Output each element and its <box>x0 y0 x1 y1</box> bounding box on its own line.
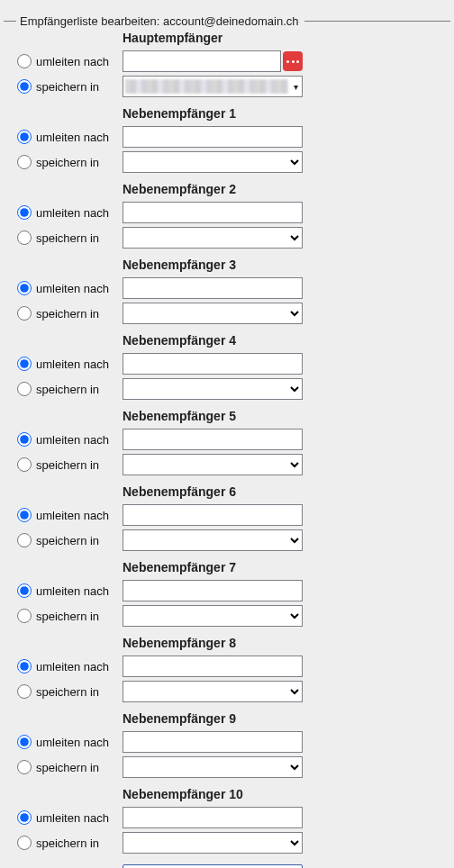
secondary-recipient-title: Nebenempfänger 6 <box>123 484 441 499</box>
secondary-recipient-title: Nebenempfänger 4 <box>123 333 441 348</box>
secondary-redirect-label: umleiten nach <box>36 282 123 295</box>
recipient-editor-panel: Empfängerliste bearbeiten: account@deine… <box>4 4 450 868</box>
secondary-store-label: speichern in <box>36 610 123 623</box>
secondary-redirect-radio[interactable] <box>17 130 32 144</box>
secondary-redirect-input[interactable] <box>123 504 303 526</box>
secondary-recipient-group: Nebenempfänger 5umleiten nachspeichern i… <box>13 409 441 475</box>
secondary-redirect-radio[interactable] <box>17 281 32 295</box>
secondary-recipient-group: Nebenempfänger 4umleiten nachspeichern i… <box>13 333 441 400</box>
panel-legend-text: Empfängerliste bearbeiten: account@deine… <box>20 14 299 28</box>
secondary-store-radio[interactable] <box>17 684 32 699</box>
secondary-redirect-radio[interactable] <box>17 432 32 447</box>
secondary-recipient-group: Nebenempfänger 8umleiten nachspeichern i… <box>13 636 441 702</box>
secondary-redirect-radio[interactable] <box>17 357 32 371</box>
secondary-recipient-title: Nebenempfänger 7 <box>123 560 441 574</box>
secondary-redirect-input[interactable] <box>123 353 303 375</box>
ellipsis-icon <box>286 60 299 63</box>
secondary-store-select[interactable] <box>123 605 303 627</box>
main-recipient-group: Hauptempfänger umleiten nach speichern i… <box>13 31 441 97</box>
secondary-redirect-radio[interactable] <box>17 659 32 674</box>
redacted-value <box>125 79 288 94</box>
panel-legend: Empfängerliste bearbeiten: account@deine… <box>4 14 450 28</box>
secondary-store-radio[interactable] <box>17 231 32 245</box>
secondary-store-select[interactable] <box>123 151 303 173</box>
secondary-store-select[interactable] <box>123 454 303 475</box>
secondary-store-radio[interactable] <box>17 836 32 850</box>
secondary-store-label: speichern in <box>36 156 123 169</box>
secondary-store-radio[interactable] <box>17 533 32 547</box>
secondary-redirect-label: umleiten nach <box>36 131 123 144</box>
secondary-store-radio[interactable] <box>17 760 32 774</box>
secondary-recipient-title: Nebenempfänger 2 <box>123 182 441 196</box>
secondary-store-radio[interactable] <box>17 306 32 321</box>
secondary-redirect-input[interactable] <box>123 126 303 148</box>
secondary-redirect-input[interactable] <box>123 202 303 223</box>
secondary-redirect-label: umleiten nach <box>36 206 123 220</box>
secondary-store-select[interactable] <box>123 227 303 249</box>
secondary-store-label: speichern in <box>36 836 123 850</box>
secondary-recipient-group: Nebenempfänger 9umleiten nachspeichern i… <box>13 711 441 778</box>
secondary-store-label: speichern in <box>36 383 123 396</box>
secondary-redirect-radio[interactable] <box>17 583 32 598</box>
secondary-store-label: speichern in <box>36 458 123 472</box>
secondary-recipient-title: Nebenempfänger 10 <box>123 787 441 801</box>
secondary-redirect-input[interactable] <box>123 656 303 677</box>
secondary-redirect-label: umleiten nach <box>36 736 123 749</box>
secondary-redirect-label: umleiten nach <box>36 357 123 371</box>
submit-button[interactable]: Änderung übernehmen <box>123 864 303 868</box>
secondary-store-select[interactable] <box>123 378 303 400</box>
secondary-redirect-input[interactable] <box>123 807 303 828</box>
secondary-store-select[interactable] <box>123 303 303 324</box>
secondary-store-label: speichern in <box>36 307 123 321</box>
secondary-store-select[interactable] <box>123 529 303 551</box>
secondary-redirect-radio[interactable] <box>17 205 32 220</box>
main-store-select[interactable]: ▾ <box>123 76 303 97</box>
secondary-store-label: speichern in <box>36 231 123 245</box>
main-redirect-radio[interactable] <box>17 54 32 68</box>
secondary-recipient-title: Nebenempfänger 8 <box>123 636 441 650</box>
secondary-store-select[interactable] <box>123 756 303 778</box>
secondary-recipient-group: Nebenempfänger 3umleiten nachspeichern i… <box>13 258 441 324</box>
secondary-redirect-radio[interactable] <box>17 508 32 522</box>
main-redirect-input[interactable] <box>123 50 281 72</box>
secondary-store-radio[interactable] <box>17 155 32 169</box>
secondary-redirect-label: umleiten nach <box>36 509 123 522</box>
secondary-store-select[interactable] <box>123 832 303 854</box>
secondary-redirect-input[interactable] <box>123 429 303 450</box>
secondary-redirect-label: umleiten nach <box>36 660 123 674</box>
main-redirect-label: umleiten nach <box>36 55 123 68</box>
secondary-redirect-input[interactable] <box>123 731 303 753</box>
chevron-down-icon: ▾ <box>294 82 298 92</box>
secondary-store-select[interactable] <box>123 681 303 702</box>
secondary-store-radio[interactable] <box>17 609 32 623</box>
secondary-store-label: speichern in <box>36 685 123 699</box>
secondary-store-label: speichern in <box>36 761 123 774</box>
secondary-recipient-title: Nebenempfänger 3 <box>123 258 441 272</box>
redirect-action-button[interactable] <box>283 51 303 71</box>
secondary-redirect-input[interactable] <box>123 277 303 299</box>
main-store-radio[interactable] <box>17 79 32 94</box>
secondary-recipient-title: Nebenempfänger 9 <box>123 711 441 726</box>
main-recipient-title: Hauptempfänger <box>123 31 441 45</box>
secondary-recipient-title: Nebenempfänger 1 <box>123 106 441 121</box>
main-store-label: speichern in <box>36 80 123 94</box>
secondary-recipient-group: Nebenempfänger 2umleiten nachspeichern i… <box>13 182 441 249</box>
secondary-redirect-radio[interactable] <box>17 810 32 825</box>
secondary-recipient-group: Nebenempfänger 6umleiten nachspeichern i… <box>13 484 441 551</box>
secondary-redirect-label: umleiten nach <box>36 433 123 447</box>
secondary-redirect-radio[interactable] <box>17 735 32 749</box>
secondary-store-label: speichern in <box>36 534 123 547</box>
secondary-recipient-group: Nebenempfänger 7umleiten nachspeichern i… <box>13 560 441 627</box>
secondary-recipient-title: Nebenempfänger 5 <box>123 409 441 423</box>
secondary-store-radio[interactable] <box>17 382 32 396</box>
secondary-recipient-group: Nebenempfänger 10umleiten nachspeichern … <box>13 787 441 854</box>
secondary-redirect-label: umleiten nach <box>36 584 123 598</box>
secondary-recipient-group: Nebenempfänger 1umleiten nachspeichern i… <box>13 106 441 173</box>
secondary-redirect-input[interactable] <box>123 580 303 601</box>
secondary-store-radio[interactable] <box>17 457 32 472</box>
secondary-redirect-label: umleiten nach <box>36 811 123 825</box>
